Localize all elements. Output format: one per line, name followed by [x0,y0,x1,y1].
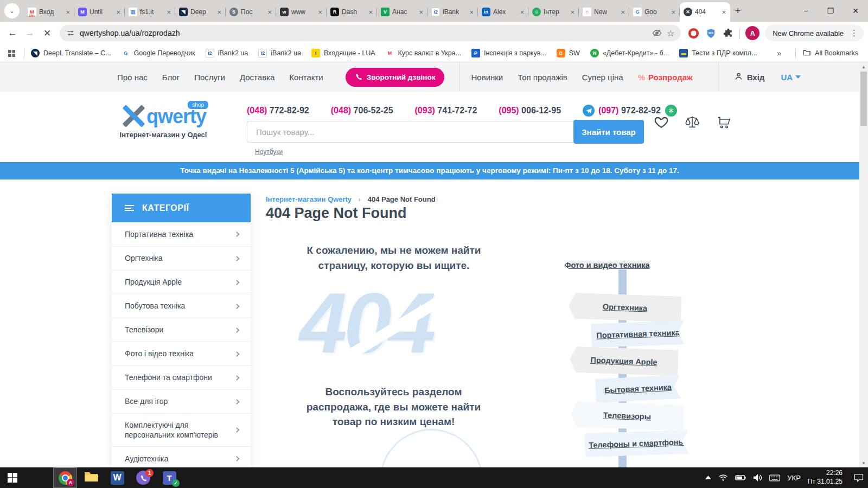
scroll-up-icon[interactable]: ▲ [859,62,868,71]
browser-tab[interactable]: V Анас × [377,2,427,22]
tab-close-icon[interactable]: × [216,8,222,16]
browser-tab[interactable]: M 100+ Вход × [24,2,74,22]
notification-center-icon[interactable] [854,473,864,482]
battery-icon[interactable] [735,474,746,481]
compare-scales-icon[interactable] [684,113,701,131]
browser-tab[interactable]: R Dash × [327,2,377,22]
password-eye-off-icon[interactable] [652,28,662,38]
address-bar[interactable]: qwertyshop.ua/ua/rozprodazh ☆ [60,25,681,41]
category-item[interactable]: Оргтехніка [112,246,251,270]
tab-close-icon[interactable]: × [166,8,171,16]
taskbar-viber[interactable]: 1 [131,467,155,488]
tab-close-icon[interactable]: × [65,8,71,16]
browser-tab[interactable]: M Until × [74,2,125,22]
telegram-icon[interactable] [583,105,595,117]
stop-reload-button[interactable]: ✕ [39,28,55,39]
bookmark-item[interactable]: i2 iBank2 ua [258,49,301,57]
tab-close-icon[interactable]: × [570,8,575,16]
keyboard-icon[interactable] [769,474,780,481]
shield-extension-icon[interactable]: WS [703,25,719,41]
back-button[interactable]: ← [4,28,21,38]
phone-number[interactable]: (048) 706-52-25 [331,106,393,115]
browser-tab[interactable]: ☺ Інтер × [528,2,579,22]
nav-link[interactable]: Блог [162,73,180,82]
browser-tab[interactable]: S Пос × [226,2,276,22]
taskbar-word[interactable]: W [105,467,129,488]
signpost-link[interactable]: Продукция Apple [569,346,679,376]
signpost-link[interactable]: Бытовая техника [595,375,681,403]
update-chrome-button[interactable]: New Chrome available ⋮ [765,25,864,41]
apps-grid-icon[interactable] [5,45,17,61]
phone-number[interactable]: (048) 772-82-92 [247,106,309,115]
tab-close-icon[interactable]: × [469,8,474,16]
site-settings-icon[interactable] [66,29,75,37]
quick-search-link[interactable]: Ноутбуки [255,148,283,156]
browser-menu-icon[interactable]: ⋮ [848,28,860,38]
new-tab-button[interactable]: + [730,3,745,18]
bookmark-item[interactable]: M Курс валют в Укра... [386,49,461,57]
category-item[interactable]: Все для ігор [112,389,251,413]
category-item[interactable]: Побутова техніка [112,294,251,318]
language-selector[interactable]: UA [781,73,801,82]
tab-close-icon[interactable]: × [368,8,373,16]
all-bookmarks-button[interactable]: All Bookmarks [802,48,858,59]
scrollbar-thumb[interactable] [860,72,867,126]
nav-link[interactable]: Супер ціна [582,73,623,82]
bookmark-item[interactable]: G Google Переводчик [122,49,195,57]
taskbar-clock[interactable]: 22:26 Пт 31.01.25 [808,469,843,486]
minimize-button[interactable]: − [793,0,818,22]
start-button[interactable] [0,467,25,488]
nav-link[interactable]: Доставка [240,73,275,82]
search-input[interactable] [247,121,575,143]
url-text[interactable]: qwertyshop.ua/ua/rozprodazh [80,29,647,37]
wishlist-heart-icon[interactable] [653,113,670,131]
tab-close-icon[interactable]: × [721,8,726,16]
bookmark-item[interactable]: ◥ DeepL Translate – C... [31,49,111,57]
browser-tab[interactable]: G Goo × [629,2,680,22]
bookmark-item[interactable]: B SW [557,49,580,57]
volume-icon[interactable] [753,474,762,481]
signpost-link[interactable]: Оргтехника [568,292,682,322]
category-item[interactable]: Телефони та смартфони [112,365,251,389]
phone-number[interactable]: (097) 972-82-92 [598,106,661,115]
tab-close-icon[interactable]: × [317,8,323,16]
forward-button[interactable]: → [22,28,38,38]
wifi-icon[interactable] [718,474,728,481]
callback-button[interactable]: Зворотний дзвінок [346,68,445,87]
phone-number[interactable]: (095) 006-12-95 [499,106,561,115]
page-scrollbar[interactable]: ▲ ▼ [859,62,868,467]
close-button[interactable]: ✕ [843,0,868,22]
signpost-link[interactable]: Фото и видео техника [564,261,650,269]
maximize-button[interactable]: ❐ [818,0,843,22]
taskbar-chrome[interactable]: A [53,467,77,488]
profile-avatar[interactable]: A [745,26,760,40]
tray-expand-icon[interactable] [705,476,711,480]
login-link[interactable]: Вхід [734,72,765,82]
nav-link[interactable]: Послуги [194,73,225,82]
category-item[interactable]: Фото і відео техніка [112,342,251,365]
browser-tab[interactable]: ▥ fs1.it × [125,2,175,22]
language-indicator[interactable]: УКР [787,474,801,482]
nav-link[interactable]: Новинки [471,73,503,82]
bookmark-item[interactable]: ▬ Тести з ПДР компл... [679,49,757,57]
browser-tab[interactable]: ◥ Deep × [175,2,226,22]
category-item[interactable]: Аудіотехніка [112,446,251,467]
category-item[interactable]: Телевізори [112,318,251,342]
nav-link[interactable]: Топ продажів [518,73,567,82]
adblock-extension-icon[interactable] [685,25,701,41]
browser-tab[interactable]: i2 iBank × [427,2,478,22]
nav-link-sale[interactable]: % Розпродаж [638,73,693,82]
tab-close-icon[interactable]: × [620,8,626,16]
tab-close-icon[interactable]: × [267,8,272,16]
tab-close-icon[interactable]: × [418,8,424,16]
nav-link[interactable]: Контакти [289,73,323,82]
taskbar-teams[interactable]: T ✓ [157,467,181,488]
signpost-link[interactable]: Телевизоры [570,401,684,431]
scroll-down-icon[interactable]: ▼ [859,459,868,467]
phone-number[interactable]: (093) 741-72-72 [415,106,477,115]
browser-tab[interactable]: in Alex × [478,2,528,22]
extensions-puzzle-icon[interactable] [720,25,736,41]
signpost-link[interactable]: Портативная техника [591,320,685,348]
browser-tab[interactable]: ∩ New × [579,2,629,22]
bookmark-item[interactable]: i Входящие - I.UA [311,49,375,57]
